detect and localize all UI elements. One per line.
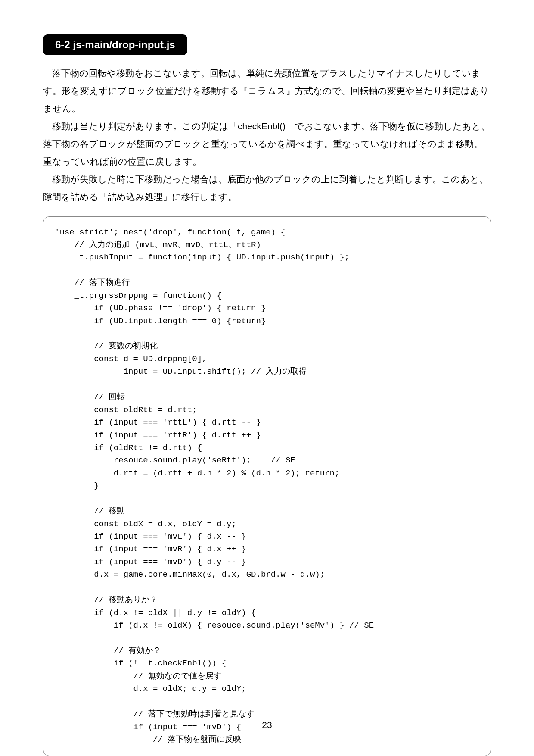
page: 6-2 js-main/drop-input.js 落下物の回転や移動をおこない…	[0, 0, 534, 756]
paragraph-3: 移動が失敗した時に下移動だった場合は、底面か他のブロックの上に到着したと判断しま…	[43, 171, 491, 206]
code-listing: 'use strict'; nest('drop', function(_t, …	[43, 216, 491, 756]
body-text: 落下物の回転や移動をおこないます。回転は、単純に先頭位置をプラスしたりマイナスし…	[43, 65, 491, 206]
page-number: 23	[0, 720, 534, 730]
section-heading: 6-2 js-main/drop-input.js	[43, 34, 187, 55]
paragraph-2: 移動は当たり判定があります。この判定は「checkEnbl()」でおこないます。…	[43, 118, 491, 171]
paragraph-1: 落下物の回転や移動をおこないます。回転は、単純に先頭位置をプラスしたりマイナスし…	[43, 65, 491, 118]
